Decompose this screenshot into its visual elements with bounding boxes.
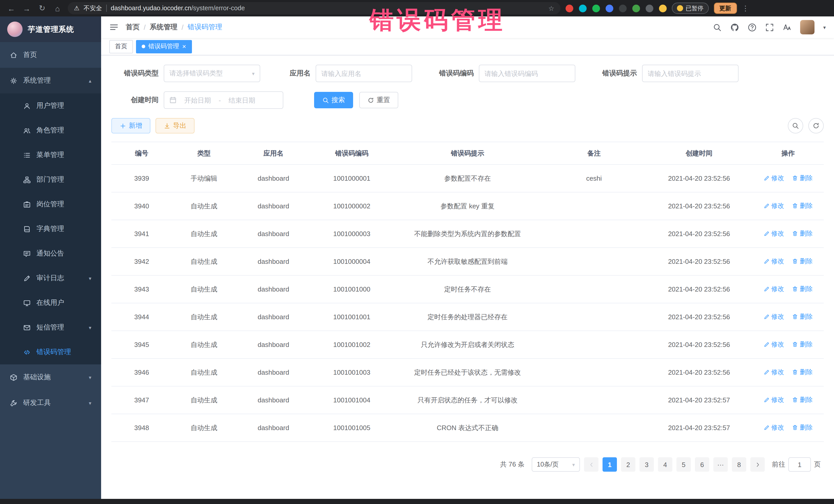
security-label[interactable]: 不安全 (84, 4, 102, 13)
delete-link[interactable]: 删除 (792, 285, 813, 293)
delete-link-label: 删除 (800, 312, 813, 321)
start-date-input[interactable] (180, 96, 216, 104)
end-date-input[interactable] (224, 96, 260, 104)
add-button[interactable]: 新增 (111, 118, 150, 133)
browser-menu-icon[interactable]: ⋮ (742, 4, 749, 12)
bookmark-star-icon[interactable]: ☆ (548, 4, 554, 12)
delete-link[interactable]: 删除 (792, 340, 813, 349)
extension-blue-grid[interactable] (606, 4, 613, 12)
page-number-button[interactable]: ··· (714, 457, 728, 472)
edit-link[interactable]: 修改 (764, 174, 784, 183)
user-avatar[interactable] (800, 20, 814, 35)
delete-link[interactable]: 删除 (792, 368, 813, 377)
sidebar-toggle-icon[interactable] (109, 23, 118, 32)
page-number-button[interactable]: 8 (732, 457, 746, 472)
extension-puzzle[interactable] (646, 4, 653, 12)
toggle-search-button[interactable] (788, 118, 803, 133)
sidebar-item[interactable]: 角色管理 (0, 118, 101, 143)
sidebar-item[interactable]: 字典管理 (0, 217, 101, 241)
extension-red[interactable] (566, 4, 573, 12)
delete-link[interactable]: 删除 (792, 423, 813, 432)
extension-teal[interactable] (579, 4, 587, 12)
page-number-button[interactable]: 4 (658, 457, 672, 472)
delete-link[interactable]: 删除 (792, 229, 813, 238)
export-button[interactable]: 导出 (155, 118, 195, 133)
fullscreen-icon[interactable] (765, 23, 774, 31)
edit-link[interactable]: 修改 (764, 202, 784, 211)
extension-leaf-green[interactable] (632, 4, 640, 12)
delete-link[interactable]: 删除 (792, 257, 813, 266)
delete-link[interactable]: 删除 (792, 396, 813, 404)
page-number-button[interactable]: 3 (639, 457, 654, 472)
browser-forward-icon[interactable]: → (22, 4, 32, 13)
browser-reload-icon[interactable]: ↻ (37, 4, 47, 13)
search-icon[interactable] (713, 23, 722, 31)
app-logo-row[interactable]: 芋道管理系统 (0, 17, 101, 42)
help-icon[interactable] (748, 23, 756, 31)
github-icon[interactable] (730, 23, 739, 31)
sidebar-item[interactable]: 在线用户 (0, 290, 101, 315)
error-type-select[interactable]: 请选择错误码类型 ▾ (164, 65, 260, 82)
breadcrumb-item[interactable]: / 系统管理 (139, 23, 178, 32)
app-name-input[interactable] (321, 69, 407, 77)
reset-button[interactable]: 重置 (359, 92, 398, 108)
refresh-table-button[interactable] (808, 118, 824, 133)
edit-link[interactable]: 修改 (764, 229, 784, 238)
sidebar-item[interactable]: 系统管理 ▴ (0, 68, 101, 93)
page-number-button[interactable]: 1 (602, 457, 617, 472)
date-range-picker[interactable]: - (164, 91, 283, 109)
page-number-button[interactable]: 5 (676, 457, 691, 472)
close-tab-icon[interactable]: × (182, 43, 186, 50)
edit-link[interactable]: 修改 (764, 340, 784, 349)
page-number-button[interactable]: 6 (695, 457, 709, 472)
sidebar-item[interactable]: 部门管理 (0, 167, 101, 192)
sidebar-item[interactable]: 通知公告 (0, 241, 101, 266)
sidebar-item[interactable]: 研发工具 ▾ (0, 390, 101, 416)
edit-link[interactable]: 修改 (764, 396, 784, 404)
goto-page-input[interactable] (788, 457, 811, 472)
edit-link[interactable]: 修改 (764, 257, 784, 266)
sidebar-item[interactable]: 用户管理 (0, 93, 101, 118)
page-tab[interactable]: 错误码管理 × (136, 40, 192, 53)
delete-link[interactable]: 删除 (792, 174, 813, 183)
avatar-caret-icon[interactable]: ▾ (823, 24, 826, 30)
breadcrumb-item[interactable]: / 错误码管理 (178, 23, 222, 32)
sidebar-item[interactable]: 短信管理 ▾ (0, 315, 101, 340)
warning-icon: ⚠ (74, 5, 80, 12)
page-size-select[interactable]: 10条/页 ▾ (532, 457, 580, 472)
sidebar-item[interactable]: 岗位管理 (0, 192, 101, 217)
pencil-icon (764, 314, 770, 320)
table-row: 3941 自动生成 dashboard 1001000003 不能删除类型为系统… (111, 220, 824, 248)
profile-avatar[interactable] (659, 4, 667, 12)
delete-link[interactable]: 删除 (792, 202, 813, 211)
edit-link[interactable]: 修改 (764, 368, 784, 377)
extension-green-badge[interactable] (592, 4, 600, 12)
sidebar-item[interactable]: 审计日志 ▾ (0, 266, 101, 290)
cell-error-code: 1001000002 (311, 192, 393, 220)
delete-link[interactable]: 删除 (792, 312, 813, 321)
sidebar-item[interactable]: 菜单管理 (0, 143, 101, 167)
page-number-button[interactable]: 2 (621, 457, 635, 472)
sidebar-item[interactable]: 首页 (0, 42, 101, 68)
edit-link[interactable]: 修改 (764, 423, 784, 432)
extension-dark[interactable] (619, 4, 627, 12)
edit-link[interactable]: 修改 (764, 312, 784, 321)
prev-page-button[interactable] (584, 457, 598, 472)
error-hint-input[interactable] (648, 69, 733, 77)
browser-back-icon[interactable]: ← (6, 4, 17, 13)
search-button[interactable]: 搜索 (314, 92, 353, 108)
table-row: 3940 自动生成 dashboard 1001000002 参数配置 key … (111, 192, 824, 220)
page-url[interactable]: dashboard.yudao.iocoder.cn/system/error-… (111, 5, 245, 12)
sidebar-item[interactable]: 基础设施 ▾ (0, 365, 101, 390)
edit-link[interactable]: 修改 (764, 285, 784, 293)
next-page-button[interactable] (750, 457, 765, 472)
breadcrumb-item[interactable]: / 首页 (126, 23, 139, 32)
browser-update-button[interactable]: 更新 (714, 3, 737, 14)
page-tab[interactable]: 首页 × (109, 40, 133, 53)
browser-home-icon[interactable]: ⌂ (52, 4, 63, 13)
error-code-input[interactable] (484, 69, 570, 77)
paused-badge[interactable]: 已暂停 (672, 3, 708, 14)
page-content: 错误码类型 请选择错误码类型 ▾ 应用名 错误码编码 (101, 56, 834, 499)
sidebar-item[interactable]: 错误码管理 (0, 340, 101, 365)
font-size-icon[interactable] (783, 23, 791, 31)
